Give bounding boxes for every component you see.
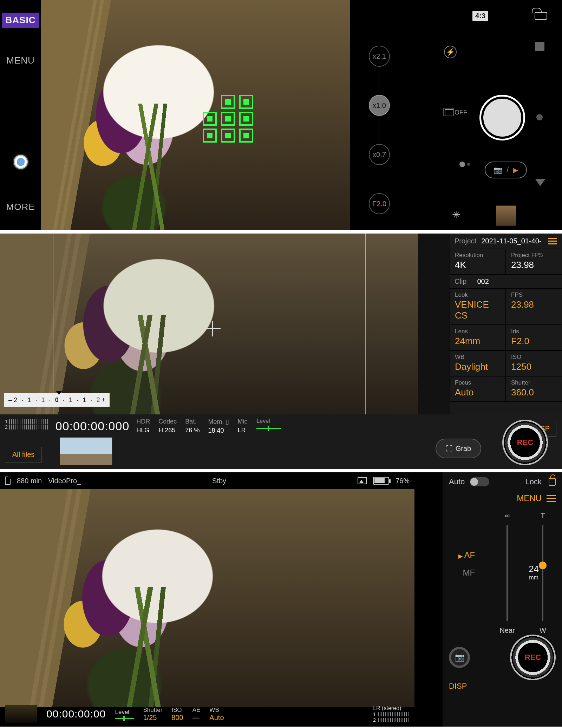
stat-hdr[interactable]: HDRHLG <box>136 418 150 434</box>
ev-scale[interactable]: – 2·1·1·0·1·1·2 + <box>4 393 110 407</box>
setting-project-fps[interactable]: Project FPS23.98 <box>506 249 562 274</box>
settings-sidebar: Project 2021-11-05_01-40- Resolution4K P… <box>450 234 562 414</box>
disp-button[interactable]: DISP <box>443 680 562 696</box>
battery-icon <box>373 477 389 485</box>
file-prefix: VideoPro_ <box>48 477 81 485</box>
hamburger-icon[interactable] <box>547 495 556 502</box>
project-label: Project <box>455 237 476 245</box>
audio-meter: LR (stereo) 1 2 <box>373 705 410 723</box>
setting-resolution[interactable]: Resolution4K <box>450 249 506 274</box>
control-sidebar: Auto Lock MENU AF MF ∞ Near T W <box>443 472 562 727</box>
setting-shutter[interactable]: Shutter360.0 <box>506 376 562 402</box>
viewfinder[interactable] <box>41 0 350 230</box>
status-bar: 880 min VideoPro_ Stby 76% <box>0 472 414 489</box>
focus-slider[interactable]: ∞ Near <box>499 512 515 635</box>
zoom-slider[interactable]: T W 24 mm <box>540 512 546 635</box>
lock-label: Lock <box>525 477 542 486</box>
color-tone-icon[interactable]: ✳ <box>452 209 460 221</box>
menu-button[interactable]: MENU <box>6 55 35 66</box>
auto-toggle[interactable] <box>470 477 489 486</box>
level-indicator: Level <box>256 418 281 429</box>
osd-shutter[interactable]: Shutter1/25 <box>143 707 162 722</box>
stat-memory: Mem. ▯18:40 <box>208 418 229 434</box>
switch-camera-icon[interactable] <box>534 11 548 21</box>
setting-focus[interactable]: FocusAuto <box>450 376 506 402</box>
google-lens-icon[interactable] <box>13 154 29 170</box>
grab-button[interactable]: ⛶Grab <box>436 439 481 458</box>
aspect-ratio-button[interactable]: 4:3 <box>472 11 488 21</box>
setting-wb[interactable]: WBDaylight <box>450 350 506 376</box>
clip-row[interactable]: Clip002 <box>450 274 562 288</box>
last-shot-thumbnail[interactable] <box>496 205 516 226</box>
camera-basic-panel: BASIC MENU MORE 4:3 ⚡ x2.1 x1.0 x0.7 F2.… <box>0 0 562 230</box>
stop-icon[interactable] <box>535 42 544 51</box>
center-cross-icon <box>207 323 218 334</box>
setting-iris[interactable]: IrisF2.0 <box>506 325 562 350</box>
mode-badge[interactable]: BASIC <box>2 13 39 28</box>
zoom-x1.0[interactable]: x1.0 <box>369 95 390 116</box>
photo-video-toggle[interactable]: 📷 / ▶ <box>485 162 527 178</box>
storage-remaining: 880 min <box>17 477 42 485</box>
battery-percent: 76% <box>396 477 410 485</box>
frame-grab-icon: ⛶ <box>446 445 453 453</box>
af-points <box>203 95 255 143</box>
menu-button[interactable]: MENU <box>517 493 542 503</box>
more-button[interactable]: MORE <box>6 202 35 212</box>
drive-mode-button[interactable]: OFF <box>445 109 467 116</box>
af-option[interactable]: AF <box>458 550 475 560</box>
viewfinder[interactable] <box>0 489 414 707</box>
stat-codec[interactable]: CodecH.265 <box>158 418 177 434</box>
video-icon: ▶ <box>513 166 518 174</box>
storage-icon <box>5 477 11 485</box>
project-name[interactable]: 2021-11-05_01-40- <box>481 237 543 245</box>
bokeh-button[interactable] <box>459 162 470 167</box>
clip-thumbnail[interactable] <box>5 705 37 723</box>
stat-mic[interactable]: MicLR <box>237 418 247 434</box>
mf-option[interactable]: MF <box>463 568 475 578</box>
chevron-down-icon[interactable] <box>535 179 545 186</box>
timecode: 00:00:00:00 <box>46 708 106 720</box>
auto-label: Auto <box>449 477 465 486</box>
video-pro-panel: 880 min VideoPro_ Stby 76% 00:00:00:00 L… <box>0 472 562 727</box>
clip-thumbnail[interactable] <box>60 437 112 465</box>
still-capture-button[interactable]: 📷 <box>449 647 470 668</box>
audio-meter: 1 2 <box>5 419 48 430</box>
timecode: 00:00:00:000 <box>55 419 130 433</box>
scene-icon <box>358 477 367 484</box>
flash-button[interactable]: ⚡ <box>444 46 457 58</box>
osd-level: Level <box>115 709 134 719</box>
camera-icon: 📷 <box>455 653 464 662</box>
rec-button[interactable]: REC <box>502 420 548 465</box>
zoom-x0.7[interactable]: x0.7 <box>369 144 390 165</box>
setting-lens[interactable]: Lens24mm <box>450 325 506 350</box>
hamburger-icon[interactable] <box>548 238 557 244</box>
setting-look[interactable]: LookVENICE CS <box>450 288 506 325</box>
all-files-button[interactable]: All files <box>5 447 42 463</box>
setting-iso[interactable]: ISO1250 <box>506 350 562 376</box>
osd-ae[interactable]: AE— <box>192 707 201 722</box>
zoom-x2.1[interactable]: x2.1 <box>369 46 390 67</box>
osd-iso[interactable]: ISO800 <box>171 707 183 722</box>
lock-icon[interactable] <box>549 478 556 486</box>
rec-button[interactable]: REC <box>510 635 556 680</box>
aperture-button[interactable]: F2.0 <box>369 193 390 214</box>
zoom-column: x2.1 x1.0 x0.7 F2.0 <box>369 46 390 214</box>
osd-bar: 00:00:00:00 Level Shutter1/25 ISO800 AE—… <box>0 701 414 727</box>
cinema-pro-panel: – 2·1·1·0·1·1·2 + Project 2021-11-05_01-… <box>0 234 562 469</box>
record-state: Stby <box>212 477 226 485</box>
stat-battery: Bat.76 % <box>185 418 200 434</box>
shutter-button[interactable] <box>479 95 525 140</box>
camera-icon: 📷 <box>494 166 502 174</box>
setting-fps[interactable]: FPS23.98 <box>506 288 562 325</box>
focus-mode[interactable]: AF MF <box>458 550 475 635</box>
osd-wb[interactable]: WBAuto <box>209 707 224 722</box>
mode-dot-icon[interactable] <box>536 114 543 120</box>
